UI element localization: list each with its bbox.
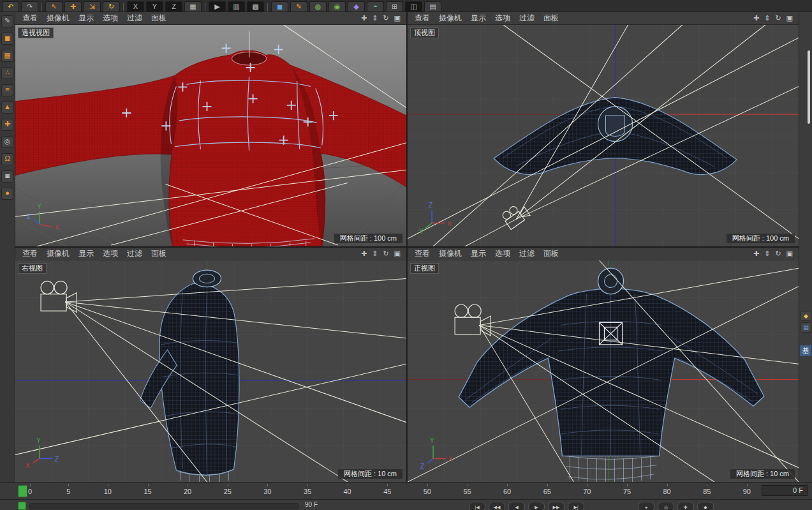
- y-axis-lock-icon[interactable]: Y: [146, 1, 163, 11]
- undo-icon[interactable]: ↶: [2, 1, 19, 11]
- render-view-icon[interactable]: ▶: [209, 1, 226, 11]
- zoom-view-icon[interactable]: ⇕: [372, 250, 378, 258]
- camera-objects-icon[interactable]: ◫: [405, 1, 422, 11]
- menu-filter[interactable]: 过滤: [122, 13, 147, 24]
- pan-view-icon[interactable]: ✚: [753, 250, 759, 258]
- menu-panel[interactable]: 面板: [147, 13, 171, 24]
- prev-frame-button[interactable]: ◀: [508, 502, 525, 510]
- x-axis-lock-icon[interactable]: X: [127, 1, 144, 11]
- rotate-view-icon[interactable]: ↻: [775, 14, 781, 22]
- menu-options[interactable]: 选项: [98, 248, 122, 259]
- menu-view[interactable]: 查看: [410, 13, 434, 24]
- panel-scrollbar[interactable]: [808, 50, 810, 124]
- toggle-view-icon[interactable]: ▣: [786, 250, 793, 258]
- zoom-view-icon[interactable]: ⇕: [372, 14, 378, 22]
- zoom-view-icon[interactable]: ⇕: [764, 14, 770, 22]
- menu-options[interactable]: 选项: [491, 13, 515, 24]
- rotate-tool-icon[interactable]: ↻: [103, 1, 120, 11]
- coordinate-system-icon[interactable]: ▦: [184, 1, 202, 11]
- modeling-tools-icon[interactable]: ◉: [328, 1, 346, 11]
- toggle-view-icon[interactable]: ▣: [394, 250, 401, 258]
- goto-end-button[interactable]: ▶|: [568, 502, 584, 510]
- lock-workplane-icon[interactable]: ◙: [1, 170, 13, 183]
- menu-filter[interactable]: 过滤: [122, 248, 147, 259]
- mograph-icon[interactable]: ⊞: [386, 1, 403, 11]
- menu-filter[interactable]: 过滤: [515, 13, 539, 24]
- menu-filter[interactable]: 过滤: [515, 248, 539, 259]
- pan-view-icon[interactable]: ✚: [753, 14, 759, 22]
- polygons-mode-icon[interactable]: ▲: [1, 101, 13, 114]
- enable-axis-icon[interactable]: ✚: [1, 119, 13, 131]
- move-tool-icon[interactable]: ✚: [64, 1, 82, 11]
- rotate-view-icon[interactable]: ↻: [775, 250, 781, 258]
- goto-start-button[interactable]: |◀: [469, 502, 485, 510]
- menu-display[interactable]: 显示: [466, 13, 491, 24]
- menu-display[interactable]: 显示: [466, 248, 491, 259]
- right-canvas[interactable]: Y Z X 右视图 网格间距 : 10 cm: [15, 260, 406, 482]
- menu-display[interactable]: 显示: [74, 248, 98, 259]
- timeline-ruler[interactable]: 0 5 10 15 20 25 30 35 40 45 50 55 60 65 …: [0, 482, 812, 499]
- menu-view[interactable]: 查看: [18, 248, 42, 259]
- deformers-icon[interactable]: ◆: [348, 1, 365, 11]
- menu-cameras[interactable]: 摄像机: [42, 248, 74, 259]
- display-settings-icon[interactable]: ▤: [424, 1, 441, 11]
- render-picture-viewer-icon[interactable]: ▥: [228, 1, 245, 11]
- coordinates-panel-icon[interactable]: ▤: [801, 322, 811, 333]
- menu-cameras[interactable]: 摄像机: [42, 13, 74, 24]
- front-canvas[interactable]: Y X Z 正视图 网格间距 : 10 cm: [408, 260, 799, 482]
- menu-panel[interactable]: 面板: [147, 248, 171, 259]
- menu-cameras[interactable]: 摄像机: [434, 248, 466, 259]
- menu-cameras[interactable]: 摄像机: [434, 13, 466, 24]
- menu-display[interactable]: 显示: [74, 13, 98, 24]
- rotate-view-icon[interactable]: ↻: [383, 14, 388, 22]
- points-mode-icon[interactable]: ∴: [1, 67, 13, 79]
- menu-panel[interactable]: 面板: [539, 13, 563, 24]
- texture-mode-icon[interactable]: ▦: [1, 50, 13, 62]
- next-frame-button[interactable]: ▶▶: [548, 502, 565, 510]
- current-frame-marker[interactable]: [18, 485, 27, 497]
- generators-icon[interactable]: ◍: [309, 1, 327, 11]
- quantize-icon[interactable]: ●: [1, 188, 13, 200]
- zoom-view-icon[interactable]: ⇕: [764, 250, 770, 258]
- redo-icon[interactable]: ↷: [21, 1, 38, 11]
- record-keyframe-button[interactable]: ●: [638, 502, 654, 510]
- range-slider-track[interactable]: [29, 503, 299, 509]
- top-canvas[interactable]: Z Y X 顶视图 网格间距 : 100 cm: [408, 25, 799, 246]
- range-start-marker[interactable]: [18, 502, 26, 510]
- snap-icon[interactable]: Ω: [1, 153, 13, 165]
- menu-options[interactable]: 选项: [491, 248, 515, 259]
- perspective-canvas[interactable]: Y X Z 透视视图 网格间距 : 100 cm: [15, 25, 406, 246]
- add-cube-icon[interactable]: ◼: [271, 1, 288, 11]
- attribute-panel-icon[interactable]: ◆: [801, 311, 811, 321]
- cinema4d-window: ↶ ↷ ↖ ✚ ⇲ ↻ X Y Z ▦ ▶ ▥ ▩ ◼ ✎ ◍ ◉ ◆ ◓ ⊞ …: [0, 0, 812, 510]
- current-frame-field[interactable]: 0 F: [762, 485, 808, 496]
- pan-view-icon[interactable]: ✚: [361, 250, 367, 258]
- left-toolbar: ✎ ◼ ▦ ∴ ≡ ▲ ✚ ◎ Ω ◙ ●: [0, 12, 15, 482]
- autokey-button[interactable]: ◎: [658, 502, 674, 510]
- edges-mode-icon[interactable]: ≡: [1, 84, 13, 96]
- toggle-view-icon[interactable]: ▣: [786, 14, 793, 22]
- render-settings-icon[interactable]: ▩: [247, 1, 264, 11]
- menu-panel[interactable]: 面板: [539, 248, 563, 259]
- make-editable-icon[interactable]: ✎: [1, 15, 13, 27]
- scale-tool-icon[interactable]: ⇲: [84, 1, 101, 11]
- model-mode-icon[interactable]: ◼: [1, 33, 13, 45]
- spline-pen-icon[interactable]: ✎: [290, 1, 307, 11]
- viewport-solo-icon[interactable]: ◎: [1, 136, 13, 148]
- environment-objects-icon[interactable]: ◓: [367, 1, 384, 11]
- record-position-button[interactable]: ✚: [677, 502, 694, 510]
- toggle-view-icon[interactable]: ▣: [394, 14, 401, 22]
- menu-view[interactable]: 查看: [18, 13, 42, 24]
- basic-tab[interactable]: 基: [800, 345, 811, 356]
- viewport-menubar: 查看 摄像机 显示 选项 过滤 面板 ✚ ⇕ ↻ ▣: [408, 12, 799, 25]
- record-scale-button[interactable]: ◆: [697, 502, 714, 510]
- axis-x-label: X: [448, 455, 453, 462]
- pan-view-icon[interactable]: ✚: [361, 14, 367, 22]
- prev-key-button[interactable]: ◀◀: [489, 502, 505, 510]
- z-axis-lock-icon[interactable]: Z: [165, 1, 182, 11]
- menu-view[interactable]: 查看: [410, 248, 434, 259]
- menu-options[interactable]: 选项: [98, 13, 122, 24]
- live-selection-tool-icon[interactable]: ↖: [45, 1, 63, 11]
- rotate-view-icon[interactable]: ↻: [383, 250, 388, 258]
- play-button[interactable]: ▶: [528, 502, 545, 510]
